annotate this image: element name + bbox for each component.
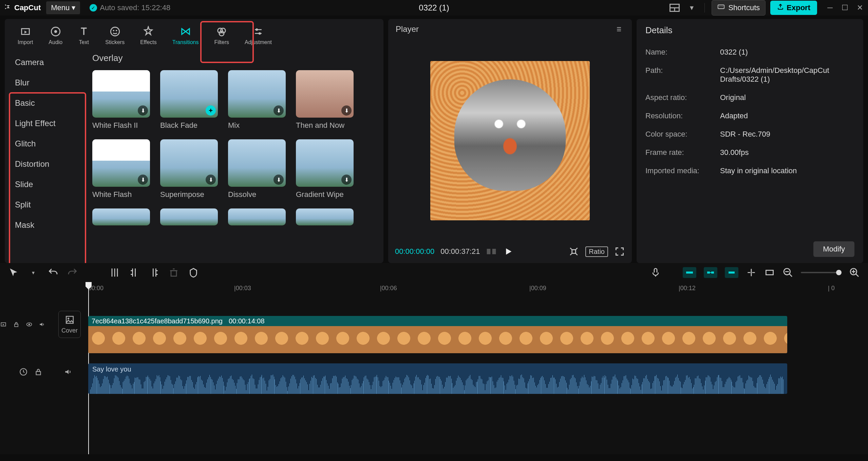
timeline-ruler[interactable]: 00:00|00:03|00:06|00:09|00:12| 0 [81, 282, 868, 296]
ratio-button[interactable]: Ratio [585, 246, 608, 257]
split-icon[interactable] [109, 267, 120, 278]
transition-thumbnail[interactable] [228, 208, 286, 225]
transition-item[interactable]: ⬇Then and Now [296, 70, 354, 130]
transition-thumbnail[interactable]: + [160, 70, 218, 118]
category-basic[interactable]: Basic [7, 93, 83, 113]
download-icon[interactable]: ⬇ [206, 175, 216, 185]
export-button[interactable]: Export [770, 1, 817, 15]
timeline-settings-icon[interactable] [764, 267, 775, 278]
close-button[interactable]: ✕ [856, 4, 864, 12]
magnet-main-icon[interactable] [683, 267, 696, 278]
tab-filters[interactable]: Filters [208, 22, 235, 49]
tab-label: Adjustment [245, 39, 272, 45]
transition-item[interactable]: ⬇White Flash II [92, 70, 150, 130]
transition-thumbnail[interactable]: ⬇ [228, 139, 286, 187]
category-light-effect[interactable]: Light Effect [7, 113, 83, 134]
audio-lock-icon[interactable] [34, 367, 43, 376]
crop-icon[interactable] [568, 246, 579, 257]
video-clip[interactable]: 7ec864ea138c1c425fae8badd715b690.png 00:… [88, 316, 787, 353]
pointer-tool-icon[interactable] [8, 267, 19, 278]
redo-icon[interactable] [67, 267, 78, 278]
download-icon[interactable]: ⬇ [341, 175, 352, 185]
delete-icon[interactable] [168, 267, 179, 278]
zoom-in-icon[interactable] [849, 267, 860, 278]
transition-thumbnail[interactable] [92, 208, 150, 225]
transition-thumbnail[interactable]: ⬇ [92, 139, 150, 187]
undo-icon[interactable] [48, 267, 58, 278]
transition-item[interactable]: ⬇Mix [228, 70, 286, 130]
category-distortion[interactable]: Distortion [7, 154, 83, 174]
modify-button[interactable]: Modify [813, 241, 854, 257]
tab-adjustment[interactable]: Adjustment [239, 22, 278, 49]
effects-icon [143, 26, 154, 37]
transition-thumbnail[interactable]: ⬇ [92, 70, 150, 118]
audio-mute-icon[interactable] [64, 367, 73, 376]
add-icon[interactable]: + [206, 105, 216, 116]
transition-thumbnail[interactable] [160, 208, 218, 225]
transition-item[interactable]: +Black Fade [160, 70, 218, 130]
maximize-button[interactable]: ☐ [841, 4, 849, 12]
tab-import[interactable]: Import [12, 22, 39, 49]
zoom-handle[interactable] [836, 270, 842, 275]
download-icon[interactable]: ⬇ [341, 105, 352, 116]
audio-clip[interactable]: Say love you [88, 363, 787, 394]
trim-left-icon[interactable] [129, 267, 140, 278]
transition-thumbnail[interactable] [296, 208, 354, 225]
transition-item[interactable] [296, 208, 354, 225]
download-icon[interactable]: ⬇ [138, 175, 148, 185]
category-blur[interactable]: Blur [7, 73, 83, 93]
play-button[interactable] [503, 246, 514, 257]
eye-icon[interactable] [26, 320, 33, 329]
mute-icon[interactable] [39, 320, 45, 329]
lock-icon[interactable] [13, 320, 20, 329]
player-menu-icon[interactable]: ☰ [614, 24, 624, 35]
category-camera[interactable]: Camera [7, 52, 83, 73]
transition-item[interactable] [228, 208, 286, 225]
download-icon[interactable]: ⬇ [273, 175, 284, 185]
trim-right-icon[interactable] [149, 267, 159, 278]
magnet-snap-icon[interactable] [725, 267, 738, 278]
category-mask[interactable]: Mask [7, 215, 83, 235]
download-icon[interactable]: ⬇ [273, 105, 284, 116]
download-icon[interactable]: ⬇ [138, 105, 148, 116]
tab-text[interactable]: Text [72, 22, 96, 49]
mic-icon[interactable] [650, 267, 661, 278]
transition-item[interactable]: ⬇White Flash [92, 139, 150, 199]
category-glitch[interactable]: Glitch [7, 134, 83, 154]
transition-item[interactable] [160, 208, 218, 225]
layout-icon[interactable] [668, 2, 681, 14]
chevron-down-icon[interactable]: ▾ [685, 2, 698, 14]
transition-item[interactable]: ⬇Gradient Wipe [296, 139, 354, 199]
transition-item[interactable]: ⬇Superimpose [160, 139, 218, 199]
preview-axis-icon[interactable] [746, 267, 757, 278]
cover-button[interactable]: Cover [58, 311, 81, 338]
zoom-out-icon[interactable] [782, 267, 793, 278]
magnet-linked-icon[interactable] [704, 267, 717, 278]
compare-view-icon[interactable] [486, 246, 497, 257]
track-toggle-icon[interactable] [0, 320, 7, 329]
minimize-button[interactable]: ─ [826, 4, 834, 12]
timeline-tracks[interactable]: 00:00|00:03|00:06|00:09|00:12| 0 7ec864e… [81, 282, 868, 454]
marker-icon[interactable] [188, 267, 199, 278]
tab-stickers[interactable]: Stickers [99, 22, 131, 49]
audio-clock-icon[interactable] [19, 367, 28, 376]
transition-thumbnail[interactable]: ⬇ [160, 139, 218, 187]
tab-effects[interactable]: Effects [134, 22, 163, 49]
fullscreen-icon[interactable] [614, 246, 625, 257]
pointer-dropdown-icon[interactable]: ▾ [28, 267, 39, 278]
transition-thumbnail[interactable]: ⬇ [228, 70, 286, 118]
zoom-slider[interactable] [801, 272, 842, 273]
clip-duration: 00:00:14:08 [229, 317, 265, 325]
category-split[interactable]: Split [7, 195, 83, 215]
tab-audio[interactable]: Audio [42, 22, 69, 49]
ruler-tick: |00:03 [234, 285, 251, 292]
transition-thumbnail[interactable]: ⬇ [296, 70, 354, 118]
tab-transitions[interactable]: Transitions [166, 22, 205, 49]
transition-item[interactable] [92, 208, 150, 225]
transition-thumbnail[interactable]: ⬇ [296, 139, 354, 187]
shortcuts-button[interactable]: Shortcuts [712, 0, 766, 16]
menu-button[interactable]: Menu ▾ [46, 1, 80, 14]
category-slide[interactable]: Slide [7, 174, 83, 195]
preview-canvas[interactable] [430, 61, 590, 220]
transition-item[interactable]: ⬇Dissolve [228, 139, 286, 199]
